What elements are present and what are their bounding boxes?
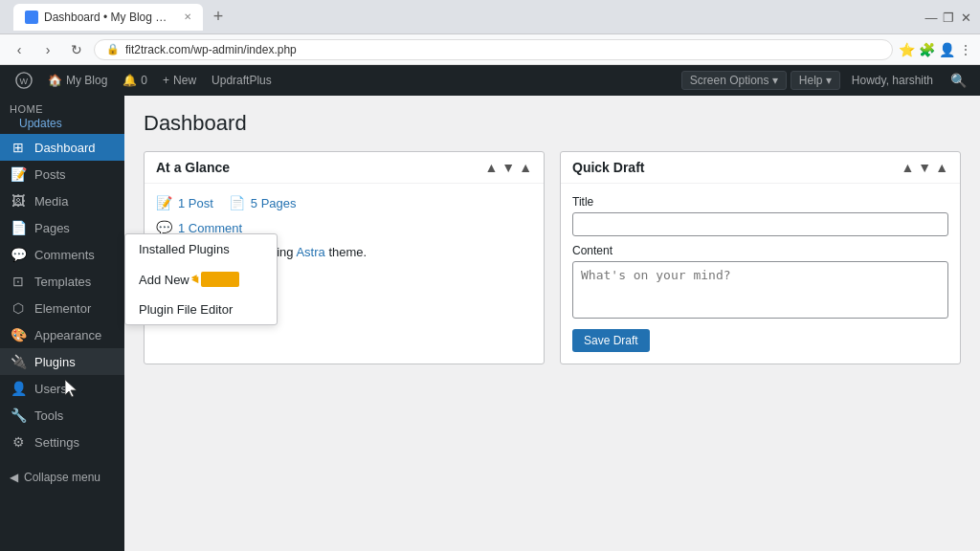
address-bar: ‹ › ↻ 🔒 fit2track.com/wp-admin/index.php… bbox=[0, 34, 980, 65]
widget-controls: ▲ ▼ ▲ bbox=[484, 160, 532, 175]
appearance-icon: 🎨 bbox=[10, 327, 27, 342]
howdy-text[interactable]: Howdy, harshith bbox=[844, 65, 941, 96]
tab-favicon bbox=[25, 11, 38, 24]
collapse-menu-item[interactable]: ◀ Collapse menu bbox=[0, 463, 124, 492]
topbar-right: Screen Options ▾ Help ▾ Howdy, harshith … bbox=[681, 65, 972, 96]
qd-collapse-up-button[interactable]: ▲ bbox=[901, 160, 914, 175]
collapse-down-button[interactable]: ▼ bbox=[501, 160, 515, 175]
sidebar-item-comments[interactable]: 💬 Comments bbox=[0, 241, 124, 268]
sidebar: Home Updates ⊞ Dashboard 📝 Posts 🖼 Media… bbox=[0, 96, 124, 551]
sidebar-item-posts[interactable]: 📝 Posts bbox=[0, 161, 124, 187]
profile-button[interactable]: 👤 bbox=[939, 42, 955, 57]
browser-window-controls: — ❐ ✕ bbox=[924, 11, 972, 24]
draft-title-input[interactable] bbox=[572, 212, 948, 236]
wp-layout: Home Updates ⊞ Dashboard 📝 Posts 🖼 Media… bbox=[0, 96, 980, 551]
plus-icon: + bbox=[163, 74, 169, 87]
plugins-icon: 🔌 bbox=[10, 354, 27, 369]
sidebar-item-elementor[interactable]: ⬡ Elementor bbox=[0, 295, 124, 321]
home-icon: 🏠 bbox=[48, 74, 62, 87]
add-new-item[interactable]: Add New ◄ bbox=[125, 264, 277, 295]
sidebar-item-label: Users bbox=[34, 382, 67, 396]
sidebar-item-label: Templates bbox=[34, 275, 91, 289]
sidebar-item-templates[interactable]: ⊡ Templates bbox=[0, 268, 124, 295]
back-button[interactable]: ‹ bbox=[8, 38, 31, 61]
page-icon: 📄 bbox=[229, 195, 245, 210]
posts-icon: 📝 bbox=[10, 166, 27, 182]
sidebar-item-label: Posts bbox=[34, 167, 66, 182]
arrow-indicator: ◄ bbox=[201, 272, 239, 287]
users-icon: 👤 bbox=[10, 381, 27, 396]
tab-title: Dashboard • My Blog — WordPr... bbox=[44, 11, 178, 24]
installed-plugins-item[interactable]: Installed Plugins bbox=[125, 234, 277, 264]
expand-button[interactable]: ▲ bbox=[519, 160, 532, 175]
sidebar-item-label: Settings bbox=[34, 435, 79, 450]
my-blog-item[interactable]: 🏠 My Blog bbox=[40, 65, 115, 96]
arrow-left: ◄ bbox=[189, 273, 201, 286]
sidebar-item-plugins[interactable]: 🔌 Plugins bbox=[0, 348, 124, 375]
wp-logo-icon: W bbox=[15, 72, 33, 89]
theme-link[interactable]: Astra bbox=[296, 245, 324, 259]
my-blog-label: My Blog bbox=[66, 74, 107, 87]
updraft-item[interactable]: UpdraftPlus bbox=[204, 65, 279, 96]
tools-icon: 🔧 bbox=[10, 408, 27, 423]
screen-options-button[interactable]: Screen Options ▾ bbox=[681, 71, 787, 90]
quick-draft-body: Title Content Save Draft bbox=[561, 184, 960, 364]
url-bar[interactable]: 🔒 fit2track.com/wp-admin/index.php bbox=[94, 39, 893, 60]
reload-button[interactable]: ↻ bbox=[65, 38, 88, 61]
sidebar-item-appearance[interactable]: 🎨 Appearance bbox=[0, 321, 124, 348]
extensions-button[interactable]: 🧩 bbox=[919, 42, 935, 57]
post-count-link[interactable]: 1 Post bbox=[178, 196, 213, 210]
address-actions: ⭐ 🧩 👤 ⋮ bbox=[899, 42, 972, 57]
maximize-button[interactable]: ❐ bbox=[942, 11, 955, 24]
new-label: New bbox=[173, 74, 196, 87]
bookmark-button[interactable]: ⭐ bbox=[899, 42, 915, 57]
sidebar-item-label: Media bbox=[34, 194, 68, 209]
sidebar-item-tools[interactable]: 🔧 Tools bbox=[0, 402, 124, 429]
quick-draft-header: Quick Draft ▲ ▼ ▲ bbox=[561, 152, 960, 184]
plugin-file-editor-item[interactable]: Plugin File Editor bbox=[125, 295, 277, 324]
updraft-label: UpdraftPlus bbox=[212, 74, 272, 87]
updates-link[interactable]: Updates bbox=[10, 115, 115, 132]
minimize-button[interactable]: — bbox=[924, 11, 938, 24]
notifications-item[interactable]: 🔔 0 bbox=[115, 65, 155, 96]
close-button[interactable]: ✕ bbox=[959, 11, 972, 24]
draft-content-textarea[interactable] bbox=[572, 261, 948, 319]
page-count-item[interactable]: 📄 5 Pages bbox=[229, 195, 297, 210]
tab-close-btn[interactable]: ✕ bbox=[184, 11, 191, 22]
sidebar-item-label: Tools bbox=[34, 408, 63, 423]
page-count-link[interactable]: 5 Pages bbox=[251, 196, 297, 210]
forward-button[interactable]: › bbox=[36, 38, 59, 61]
sidebar-item-media[interactable]: 🖼 Media bbox=[0, 187, 124, 214]
sidebar-item-pages[interactable]: 📄 Pages bbox=[0, 214, 124, 241]
media-icon: 🖼 bbox=[10, 193, 27, 209]
collapse-label: Collapse menu bbox=[24, 471, 100, 484]
qd-expand-button[interactable]: ▲ bbox=[935, 160, 948, 175]
new-tab-button[interactable]: + bbox=[207, 6, 230, 29]
active-tab[interactable]: Dashboard • My Blog — WordPr... ✕ bbox=[13, 4, 203, 31]
help-button[interactable]: Help ▾ bbox=[791, 71, 840, 90]
save-draft-button[interactable]: Save Draft bbox=[572, 329, 650, 352]
sidebar-item-settings[interactable]: ⚙ Settings bbox=[0, 429, 124, 455]
plugin-file-editor-label: Plugin File Editor bbox=[139, 302, 233, 317]
lock-icon: 🔒 bbox=[106, 43, 120, 55]
tab-bar: Dashboard • My Blog — WordPr... ✕ + bbox=[13, 4, 919, 31]
sidebar-item-dashboard[interactable]: ⊞ Dashboard bbox=[0, 134, 124, 161]
collapse-up-button[interactable]: ▲ bbox=[484, 160, 498, 175]
post-count-item[interactable]: 📝 1 Post bbox=[156, 195, 213, 210]
menu-button[interactable]: ⋮ bbox=[959, 42, 972, 57]
sidebar-item-label: Plugins bbox=[34, 355, 76, 369]
quick-draft-widget: Quick Draft ▲ ▼ ▲ Title Content Save Dra… bbox=[560, 151, 961, 364]
sidebar-item-users[interactable]: 👤 Users bbox=[0, 375, 124, 402]
new-item[interactable]: + New bbox=[155, 65, 204, 96]
qd-collapse-down-button[interactable]: ▼ bbox=[918, 160, 931, 175]
page-title: Dashboard bbox=[144, 111, 961, 136]
quick-draft-controls: ▲ ▼ ▲ bbox=[901, 160, 948, 175]
wp-logo-item[interactable]: W bbox=[8, 65, 40, 96]
title-label: Title bbox=[572, 195, 948, 209]
bell-icon: 🔔 bbox=[122, 74, 137, 87]
search-icon-top[interactable]: 🔍 bbox=[945, 73, 972, 88]
sidebar-item-label: Pages bbox=[34, 221, 70, 235]
at-a-glance-title: At a Glance bbox=[156, 160, 230, 175]
settings-icon: ⚙ bbox=[10, 434, 27, 450]
quick-draft-title: Quick Draft bbox=[572, 160, 644, 175]
